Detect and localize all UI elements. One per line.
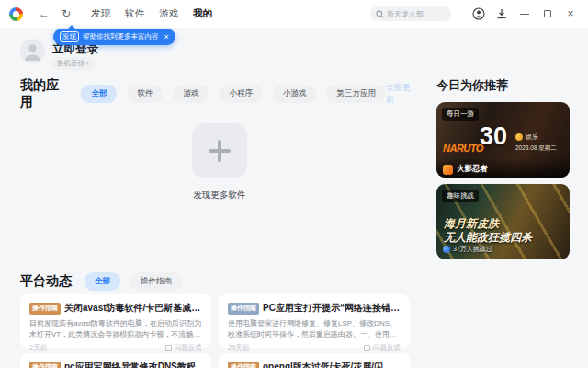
tab-games[interactable]: 游戏 <box>159 7 178 20</box>
update-all-button[interactable]: 全部更新 <box>386 82 418 106</box>
download-icon[interactable] <box>493 6 510 22</box>
daily-game-icon <box>443 165 453 175</box>
avatar[interactable] <box>20 39 45 63</box>
news-article-body: 使用电脑管家进行网络修复、修复LSP、修改DNS、校准系统时间等操作，然后重启路… <box>228 318 401 339</box>
main-tabs: 发现 软件 游戏 我的 <box>91 7 212 20</box>
daily-tag: 娱乐 <box>515 132 538 142</box>
feedback-icon <box>165 345 172 351</box>
naruto-logo: NARUTO <box>443 143 483 154</box>
challenge-line2: 无人能敌狂揽四杀 <box>444 230 532 246</box>
discover-more-label: 发现更多软件 <box>155 190 284 201</box>
challenge-badge: 趣味挑战 <box>442 190 479 202</box>
daily-game-card[interactable]: 每日一游 NARUTO 30 娱乐 2023.08 星期二 火影忍者 <box>436 102 570 178</box>
tooltip-badge: 发现 <box>60 31 79 42</box>
filter-games[interactable]: 游戏 <box>173 85 209 103</box>
tab-discover[interactable]: 发现 <box>91 7 110 20</box>
tab-software[interactable]: 软件 <box>125 7 144 20</box>
search-box[interactable] <box>370 6 451 21</box>
news-filter-guide[interactable]: 操作指南 <box>130 272 182 291</box>
news-time: 29天前 <box>228 343 249 352</box>
news-article[interactable]: 操作指南 PC应用宝打开提示“网络连接错误” 使用电脑管家进行网络修复、修复LS… <box>219 294 410 348</box>
my-apps-filters: 全部 软件 游戏 小程序 小游戏 第三方应用 <box>81 85 386 103</box>
daily-date: 2023.08 星期二 <box>515 144 557 153</box>
avatar-person-icon <box>20 39 45 63</box>
daily-tag-icon <box>515 133 523 141</box>
news-filter-all[interactable]: 全部 <box>85 272 120 291</box>
search-input[interactable] <box>387 10 446 18</box>
daily-day: 30 <box>480 122 507 151</box>
maximize-button[interactable] <box>539 6 556 22</box>
news-article-title: opengl版本过低/卡死/花屏/闪退，升级显卡驱动… <box>263 361 401 368</box>
my-apps-title: 我的应用 <box>20 77 70 110</box>
news-article[interactable]: 操作指南 关闭avast防毒软件/卡巴斯基减少卡顿现象 目前发现装有avast防… <box>20 294 211 348</box>
recommend-title: 今日为你推荐 <box>436 77 508 94</box>
daily-footer: 火影忍者 <box>436 157 570 178</box>
discover-more-card[interactable] <box>192 123 247 178</box>
daily-game-name: 火影忍者 <box>457 164 488 175</box>
news-article-title: PC应用宝打开提示“网络连接错误” <box>263 302 401 315</box>
challenge-stat: 37万人挑战过 <box>443 245 492 254</box>
news-article[interactable]: 操作指南 opengl版本过低/卡死/花屏/闪退，升级显卡驱动… <box>219 353 410 368</box>
news-article-title: 关闭avast防毒软件/卡巴斯基减少卡顿现象 <box>64 302 202 315</box>
feedback-link[interactable]: 问题反馈 <box>165 343 202 352</box>
app-logo-icon <box>9 7 23 21</box>
filter-thirdparty[interactable]: 第三方应用 <box>326 85 386 103</box>
filter-all[interactable]: 全部 <box>81 85 117 103</box>
news-header: 平台动态 全部 操作指南 <box>20 272 182 291</box>
daily-game-badge: 每日一游 <box>442 108 479 121</box>
news-article-title: pc应用宝网络异常修改DNS教程 <box>64 361 196 368</box>
news-time: 2天前 <box>29 343 47 352</box>
news-tag: 操作指南 <box>29 303 61 315</box>
search-icon <box>376 10 384 18</box>
tooltip-message: 帮助你找到更多丰富内容 <box>83 32 159 41</box>
migrate-pill[interactable]: 换机迁移 › <box>51 57 96 70</box>
back-icon[interactable]: ← <box>36 7 52 20</box>
filter-miniprogram[interactable]: 小程序 <box>219 85 263 103</box>
tooltip-close-icon[interactable]: × <box>164 33 169 41</box>
refresh-icon[interactable]: ↻ <box>58 7 74 20</box>
news-tag: 操作指南 <box>228 362 259 368</box>
discover-tooltip: 发现 帮助你找到更多丰富内容 × <box>53 29 175 45</box>
news-grid: 操作指南 关闭avast防毒软件/卡巴斯基减少卡顿现象 目前发现装有avast防… <box>20 294 410 368</box>
news-article[interactable]: 操作指南 pc应用宝网络异常修改DNS教程 <box>20 353 211 368</box>
feedback-link[interactable]: 问题反馈 <box>364 343 401 352</box>
close-button[interactable]: × <box>562 6 579 22</box>
news-article-body: 目前发现装有avast防毒软件的电脑，在启动后识别为未打开VT，此类情况会导致模… <box>29 318 202 339</box>
account-icon[interactable] <box>470 6 487 22</box>
my-apps-header: 我的应用 全部 软件 游戏 小程序 小游戏 第三方应用 全部更新 <box>20 77 418 110</box>
plus-icon <box>209 140 231 162</box>
news-tag: 操作指南 <box>228 303 259 315</box>
titlebar: ← ↻ 发现 软件 游戏 我的 × <box>0 0 588 28</box>
news-filters: 全部 操作指南 <box>85 272 182 291</box>
minimize-button[interactable] <box>516 6 533 22</box>
tab-mine[interactable]: 我的 <box>193 7 212 20</box>
news-tag: 操作指南 <box>29 362 61 368</box>
filter-software[interactable]: 软件 <box>127 85 163 103</box>
feedback-icon <box>364 345 370 351</box>
challenge-card[interactable]: 趣味挑战 海月新皮肤 无人能敌狂揽四杀 37万人挑战过 <box>436 184 570 259</box>
filter-minigames[interactable]: 小游戏 <box>273 85 317 103</box>
challenge-stat-icon <box>443 246 450 253</box>
news-title: 平台动态 <box>20 273 72 290</box>
